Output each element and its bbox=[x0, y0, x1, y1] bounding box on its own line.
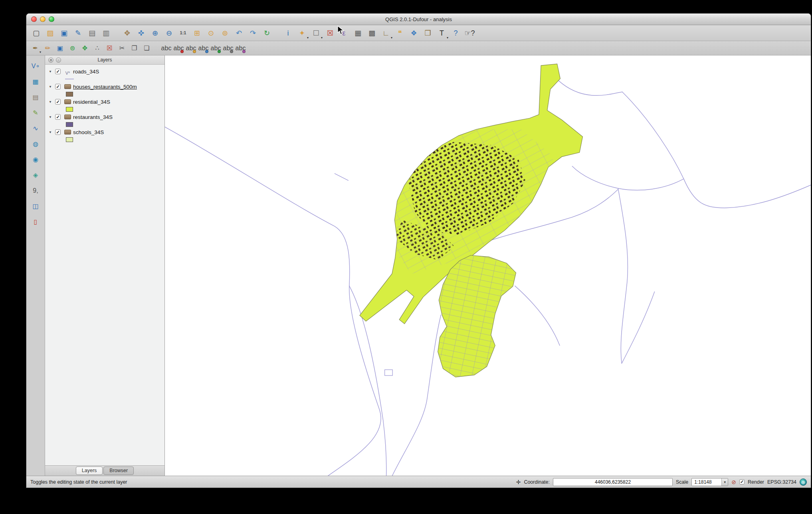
change-label-properties-button[interactable]: abc ▾ bbox=[222, 42, 234, 54]
layer-label[interactable]: roads_34S bbox=[73, 69, 99, 75]
crs-status-icon[interactable]: ⊕ bbox=[800, 478, 807, 486]
open-project-button[interactable]: ▨ ▾ bbox=[44, 26, 57, 40]
pan-map-button[interactable]: ✥ ▾ bbox=[121, 26, 134, 40]
layer-visibility-checkbox[interactable]: ✓ bbox=[55, 129, 61, 135]
zoom-to-selection-button[interactable]: ⊙ ▾ bbox=[204, 26, 218, 40]
main-toolbar: ▢ ▾ ▨ ▾ ▣ ▾ ✎ ▾ ▤ ▾ ▥ ▾ ✥ bbox=[26, 25, 811, 41]
window-controls bbox=[31, 16, 54, 22]
measure-line-button[interactable]: ∟ ▾ bbox=[379, 26, 392, 40]
new-shapefile-layer-button[interactable]: ✎ bbox=[30, 107, 42, 119]
town-streets-and-buildings bbox=[385, 129, 554, 274]
add-spatialite-layer-button[interactable]: ∿ bbox=[30, 123, 42, 134]
panel-float-button[interactable]: ◦ bbox=[56, 57, 61, 63]
panel-close-button[interactable]: ✕ bbox=[48, 57, 53, 63]
zoom-full-button[interactable]: ⊞ ▾ bbox=[190, 26, 204, 40]
add-database-layer-button[interactable]: ▤ bbox=[30, 91, 42, 103]
layer-label[interactable]: houses_restaurants_500m bbox=[73, 84, 137, 90]
titlebar[interactable]: QGIS 2.0.1-Dufour - analysis bbox=[26, 14, 811, 25]
add-feature-button[interactable]: ⊚ ▾ bbox=[67, 42, 78, 54]
remove-layer-button[interactable]: ▯ bbox=[30, 216, 42, 228]
toggle-editing-button[interactable]: ✏ ▾ bbox=[42, 42, 53, 54]
layer-visibility-checkbox[interactable]: ✓ bbox=[55, 99, 61, 105]
tab-browser[interactable]: Browser bbox=[103, 467, 134, 475]
close-button[interactable] bbox=[31, 16, 37, 22]
whats-this-button[interactable]: ☞? ▾ bbox=[463, 26, 476, 40]
add-wms-layer-button[interactable]: ◍ bbox=[30, 138, 42, 150]
open-attribute-table-button[interactable]: ▦ ▾ bbox=[351, 26, 364, 40]
zoom-out-button[interactable]: ⊖ ▾ bbox=[162, 26, 176, 40]
cut-features-button[interactable]: ✂ ▾ bbox=[116, 42, 128, 54]
zoom-next-button[interactable]: ↷ ▾ bbox=[246, 26, 259, 40]
save-project-button[interactable]: ▣ ▾ bbox=[57, 26, 71, 40]
save-layer-edits-button[interactable]: ▣ ▾ bbox=[54, 42, 66, 54]
zoom-to-layer-button[interactable]: ⊚ ▾ bbox=[218, 26, 232, 40]
paste-features-button[interactable]: ❏ ▾ bbox=[141, 42, 152, 54]
rotate-label-button[interactable]: abc ▾ bbox=[210, 42, 222, 54]
expand-arrow-icon[interactable]: ▼ bbox=[48, 130, 53, 134]
layer-item[interactable]: ▼ ✓ houses_restaurants_500m bbox=[45, 82, 164, 97]
zoom-native-button[interactable]: 1:1 ▾ bbox=[176, 26, 190, 40]
new-project-button[interactable]: ▢ ▾ bbox=[30, 26, 43, 40]
copy-features-button[interactable]: ❐ ▾ bbox=[129, 42, 140, 54]
layer-label[interactable]: residential_34S bbox=[73, 99, 110, 105]
expand-arrow-icon[interactable]: ▼ bbox=[48, 115, 53, 119]
layer-label[interactable]: restaurants_34S bbox=[73, 114, 113, 120]
tab-layers[interactable]: Layers bbox=[76, 467, 103, 475]
refresh-map-button[interactable]: ↻ ▾ bbox=[260, 26, 273, 40]
add-delimited-text-layer-button[interactable]: 9, bbox=[30, 185, 42, 197]
zoom-window-button[interactable] bbox=[49, 16, 54, 22]
layer-item[interactable]: ▼ ✓ residential_34S bbox=[45, 97, 164, 113]
minimize-button[interactable] bbox=[40, 16, 46, 22]
add-oracle-layer-button[interactable]: ◫ bbox=[30, 200, 42, 212]
layer-visibility-checkbox[interactable]: ✓ bbox=[55, 84, 61, 89]
coordinate-input[interactable] bbox=[553, 478, 673, 486]
mouse-position-icon[interactable]: ✛ bbox=[516, 479, 521, 485]
toolbar-icon: ✦ bbox=[299, 30, 305, 37]
add-wcs-layer-button[interactable]: ◉ bbox=[30, 154, 42, 166]
text-annotation-button[interactable]: T ▾ bbox=[435, 26, 448, 40]
current-edits-button[interactable]: ✒ ▾ bbox=[30, 42, 41, 54]
expand-arrow-icon[interactable]: ▼ bbox=[48, 70, 53, 73]
move-label-button[interactable]: abc ▾ bbox=[198, 42, 209, 54]
layer-visibility-checkbox[interactable]: ✓ bbox=[55, 69, 61, 74]
main-area: V∘ ▦ ▤ ✎ ∿ ◍ ◉ ◈ bbox=[26, 55, 811, 476]
node-tool-button[interactable]: ∴ ▾ bbox=[91, 42, 103, 54]
new-print-composer-button[interactable]: ▤ ▾ bbox=[85, 26, 99, 40]
select-features-button[interactable]: ☐ ▾ bbox=[309, 26, 323, 40]
scale-combo[interactable]: 1:18148 ▾ bbox=[691, 478, 728, 486]
delete-selected-button[interactable]: ☒ ▾ bbox=[104, 42, 115, 54]
scale-dropdown-arrow-icon[interactable]: ▾ bbox=[721, 478, 728, 486]
run-feature-action-button[interactable]: ✦ ▾ bbox=[295, 26, 309, 40]
help-contents-button[interactable]: ? ▾ bbox=[449, 26, 462, 40]
composer-manager-button[interactable]: ▥ ▾ bbox=[99, 26, 113, 40]
labeling-options-button[interactable]: abc ▾ bbox=[160, 42, 172, 54]
expand-arrow-icon[interactable]: ▼ bbox=[48, 85, 53, 89]
zoom-in-button[interactable]: ⊕ ▾ bbox=[149, 26, 162, 40]
move-feature-button[interactable]: ✥ ▾ bbox=[79, 42, 91, 54]
dropdown-arrow-icon: ▾ bbox=[307, 36, 309, 40]
render-checkbox[interactable]: ✓ bbox=[739, 479, 745, 484]
new-bookmark-button[interactable]: ❖ ▾ bbox=[407, 26, 420, 40]
pan-to-selection-button[interactable]: ✜ ▾ bbox=[135, 26, 148, 40]
layer-item[interactable]: ▼ ✓ schools_34S bbox=[45, 128, 164, 143]
pin-labels-button[interactable]: abc ▾ bbox=[173, 42, 184, 54]
zoom-last-button[interactable]: ↶ ▾ bbox=[232, 26, 246, 40]
show-bookmarks-button[interactable]: ❒ ▾ bbox=[421, 26, 434, 40]
identify-features-button[interactable]: i ▾ bbox=[281, 26, 295, 40]
layer-item[interactable]: ▼ ✓ roads_34S bbox=[45, 67, 164, 82]
deselect-features-button[interactable]: ☒ ▾ bbox=[323, 26, 337, 40]
add-raster-layer-button[interactable]: ▦ bbox=[30, 76, 42, 88]
show-hide-labels-button[interactable]: abc ▾ bbox=[235, 42, 246, 54]
layer-label[interactable]: schools_34S bbox=[73, 129, 104, 135]
expand-arrow-icon[interactable]: ▼ bbox=[48, 100, 53, 104]
layer-visibility-checkbox[interactable]: ✓ bbox=[55, 114, 61, 120]
highlight-pinned-labels-button[interactable]: abc ▾ bbox=[185, 42, 197, 54]
save-project-as-button[interactable]: ✎ ▾ bbox=[71, 26, 85, 40]
layer-item[interactable]: ▼ ✓ restaurants_34S bbox=[45, 113, 164, 128]
map-canvas[interactable] bbox=[165, 55, 811, 476]
add-wfs-layer-button[interactable]: ◈ bbox=[30, 169, 42, 181]
map-tips-button[interactable]: ❝ ▾ bbox=[393, 26, 406, 40]
layer-statistics-button[interactable]: ▩ ▾ bbox=[365, 26, 378, 40]
stop-rendering-icon[interactable]: ⊘ bbox=[731, 479, 736, 485]
add-vector-layer-button[interactable]: V∘ bbox=[30, 60, 42, 72]
